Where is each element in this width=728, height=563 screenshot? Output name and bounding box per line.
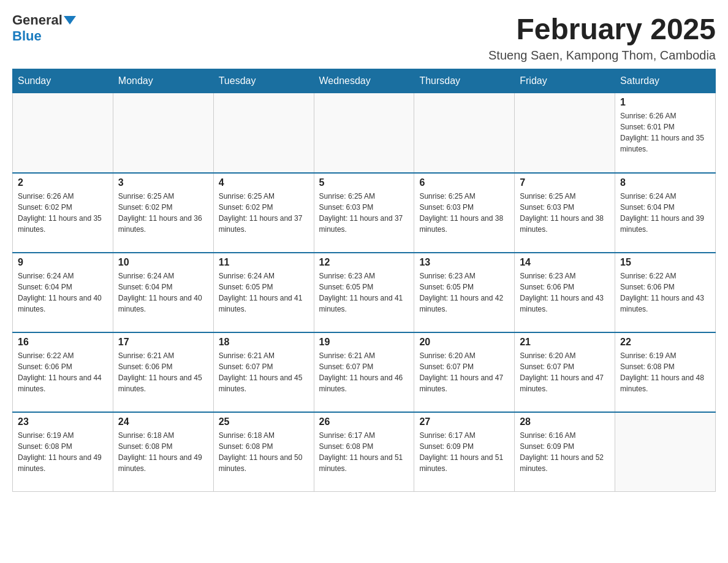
week-row-5: 23Sunrise: 6:19 AMSunset: 6:08 PMDayligh… — [13, 412, 716, 492]
day-number: 8 — [620, 177, 710, 188]
day-number: 19 — [319, 337, 409, 348]
day-number: 24 — [118, 416, 208, 427]
day-info: Sunrise: 6:25 AMSunset: 6:02 PMDaylight:… — [118, 191, 208, 235]
day-info: Sunrise: 6:25 AMSunset: 6:03 PMDaylight:… — [520, 191, 610, 235]
day-number: 6 — [419, 177, 509, 188]
day-info: Sunrise: 6:24 AMSunset: 6:05 PMDaylight:… — [219, 270, 309, 315]
calendar-cell — [515, 93, 615, 173]
day-number: 10 — [118, 257, 208, 268]
day-info: Sunrise: 6:22 AMSunset: 6:06 PMDaylight:… — [18, 350, 108, 394]
title-area: February 2025 Stueng Saen, Kampong Thom,… — [488, 12, 716, 63]
week-row-3: 9Sunrise: 6:24 AMSunset: 6:04 PMDaylight… — [13, 253, 716, 332]
day-number: 20 — [419, 337, 509, 348]
day-info: Sunrise: 6:24 AMSunset: 6:04 PMDaylight:… — [620, 191, 710, 235]
calendar-cell: 20Sunrise: 6:20 AMSunset: 6:07 PMDayligh… — [414, 332, 515, 412]
day-number: 25 — [219, 416, 309, 427]
weekday-header-monday: Monday — [113, 69, 213, 93]
weekday-header-thursday: Thursday — [414, 69, 515, 93]
day-number: 3 — [118, 177, 208, 188]
weekday-header-wednesday: Wednesday — [314, 69, 414, 93]
calendar-cell: 11Sunrise: 6:24 AMSunset: 6:05 PMDayligh… — [213, 253, 314, 332]
calendar-cell: 25Sunrise: 6:18 AMSunset: 6:08 PMDayligh… — [213, 412, 314, 492]
page-header: General Blue February 2025 Stueng Saen, … — [12, 12, 716, 63]
day-info: Sunrise: 6:17 AMSunset: 6:08 PMDaylight:… — [319, 430, 409, 474]
calendar-cell — [414, 93, 515, 173]
day-number: 2 — [18, 177, 108, 188]
day-number: 11 — [219, 257, 309, 268]
calendar-cell: 1Sunrise: 6:26 AMSunset: 6:01 PMDaylight… — [615, 93, 716, 173]
day-info: Sunrise: 6:23 AMSunset: 6:05 PMDaylight:… — [419, 270, 509, 315]
day-number: 16 — [18, 337, 108, 348]
calendar-cell: 13Sunrise: 6:23 AMSunset: 6:05 PMDayligh… — [414, 253, 515, 332]
calendar-cell — [314, 93, 414, 173]
logo-triangle-icon — [64, 16, 76, 25]
calendar-cell: 3Sunrise: 6:25 AMSunset: 6:02 PMDaylight… — [113, 173, 213, 253]
calendar-cell: 9Sunrise: 6:24 AMSunset: 6:04 PMDaylight… — [13, 253, 113, 332]
calendar-cell — [113, 93, 213, 173]
day-info: Sunrise: 6:24 AMSunset: 6:04 PMDaylight:… — [118, 270, 208, 315]
day-number: 14 — [520, 257, 610, 268]
day-number: 13 — [419, 257, 509, 268]
week-row-2: 2Sunrise: 6:26 AMSunset: 6:02 PMDaylight… — [13, 173, 716, 253]
day-info: Sunrise: 6:19 AMSunset: 6:08 PMDaylight:… — [620, 350, 710, 394]
calendar-cell — [615, 412, 716, 492]
weekday-header-sunday: Sunday — [13, 69, 113, 93]
calendar-cell: 8Sunrise: 6:24 AMSunset: 6:04 PMDaylight… — [615, 173, 716, 253]
calendar-cell: 18Sunrise: 6:21 AMSunset: 6:07 PMDayligh… — [213, 332, 314, 412]
calendar-cell: 21Sunrise: 6:20 AMSunset: 6:07 PMDayligh… — [515, 332, 615, 412]
day-info: Sunrise: 6:18 AMSunset: 6:08 PMDaylight:… — [118, 430, 208, 474]
day-info: Sunrise: 6:17 AMSunset: 6:09 PMDaylight:… — [419, 430, 509, 474]
calendar-cell: 23Sunrise: 6:19 AMSunset: 6:08 PMDayligh… — [13, 412, 113, 492]
logo-general-text: General — [12, 12, 63, 28]
logo-blue-text: Blue — [12, 28, 42, 44]
day-number: 23 — [18, 416, 108, 427]
day-number: 4 — [219, 177, 309, 188]
calendar-cell: 7Sunrise: 6:25 AMSunset: 6:03 PMDaylight… — [515, 173, 615, 253]
day-info: Sunrise: 6:19 AMSunset: 6:08 PMDaylight:… — [18, 430, 108, 474]
calendar-cell: 28Sunrise: 6:16 AMSunset: 6:09 PMDayligh… — [515, 412, 615, 492]
day-number: 15 — [620, 257, 710, 268]
day-number: 5 — [319, 177, 409, 188]
day-number: 21 — [520, 337, 610, 348]
location-label: Stueng Saen, Kampong Thom, Cambodia — [488, 48, 716, 63]
weekday-header-saturday: Saturday — [615, 69, 716, 93]
month-title: February 2025 — [488, 12, 716, 46]
calendar-cell: 22Sunrise: 6:19 AMSunset: 6:08 PMDayligh… — [615, 332, 716, 412]
week-row-1: 1Sunrise: 6:26 AMSunset: 6:01 PMDaylight… — [13, 93, 716, 173]
day-info: Sunrise: 6:21 AMSunset: 6:07 PMDaylight:… — [219, 350, 309, 394]
day-info: Sunrise: 6:20 AMSunset: 6:07 PMDaylight:… — [520, 350, 610, 394]
day-number: 27 — [419, 416, 509, 427]
day-info: Sunrise: 6:21 AMSunset: 6:07 PMDaylight:… — [319, 350, 409, 394]
calendar-cell: 5Sunrise: 6:25 AMSunset: 6:03 PMDaylight… — [314, 173, 414, 253]
calendar-cell: 19Sunrise: 6:21 AMSunset: 6:07 PMDayligh… — [314, 332, 414, 412]
day-info: Sunrise: 6:25 AMSunset: 6:03 PMDaylight:… — [419, 191, 509, 235]
day-number: 9 — [18, 257, 108, 268]
day-number: 7 — [520, 177, 610, 188]
weekday-header-friday: Friday — [515, 69, 615, 93]
day-info: Sunrise: 6:16 AMSunset: 6:09 PMDaylight:… — [520, 430, 610, 474]
calendar-cell: 4Sunrise: 6:25 AMSunset: 6:02 PMDaylight… — [213, 173, 314, 253]
day-info: Sunrise: 6:25 AMSunset: 6:02 PMDaylight:… — [219, 191, 309, 235]
calendar-cell: 26Sunrise: 6:17 AMSunset: 6:08 PMDayligh… — [314, 412, 414, 492]
day-number: 1 — [620, 97, 710, 108]
day-info: Sunrise: 6:26 AMSunset: 6:02 PMDaylight:… — [18, 191, 108, 235]
calendar-table: SundayMondayTuesdayWednesdayThursdayFrid… — [12, 69, 716, 492]
day-number: 12 — [319, 257, 409, 268]
calendar-cell: 17Sunrise: 6:21 AMSunset: 6:06 PMDayligh… — [113, 332, 213, 412]
day-number: 26 — [319, 416, 409, 427]
day-info: Sunrise: 6:18 AMSunset: 6:08 PMDaylight:… — [219, 430, 309, 474]
weekday-header-row: SundayMondayTuesdayWednesdayThursdayFrid… — [13, 69, 716, 93]
day-info: Sunrise: 6:26 AMSunset: 6:01 PMDaylight:… — [620, 110, 710, 155]
weekday-header-tuesday: Tuesday — [213, 69, 314, 93]
calendar-cell: 15Sunrise: 6:22 AMSunset: 6:06 PMDayligh… — [615, 253, 716, 332]
calendar-cell: 2Sunrise: 6:26 AMSunset: 6:02 PMDaylight… — [13, 173, 113, 253]
day-info: Sunrise: 6:20 AMSunset: 6:07 PMDaylight:… — [419, 350, 509, 394]
day-number: 18 — [219, 337, 309, 348]
day-info: Sunrise: 6:25 AMSunset: 6:03 PMDaylight:… — [319, 191, 409, 235]
day-number: 28 — [520, 416, 610, 427]
calendar-cell: 6Sunrise: 6:25 AMSunset: 6:03 PMDaylight… — [414, 173, 515, 253]
day-number: 17 — [118, 337, 208, 348]
calendar-cell: 14Sunrise: 6:23 AMSunset: 6:06 PMDayligh… — [515, 253, 615, 332]
calendar-cell: 10Sunrise: 6:24 AMSunset: 6:04 PMDayligh… — [113, 253, 213, 332]
logo: General Blue — [12, 12, 76, 44]
